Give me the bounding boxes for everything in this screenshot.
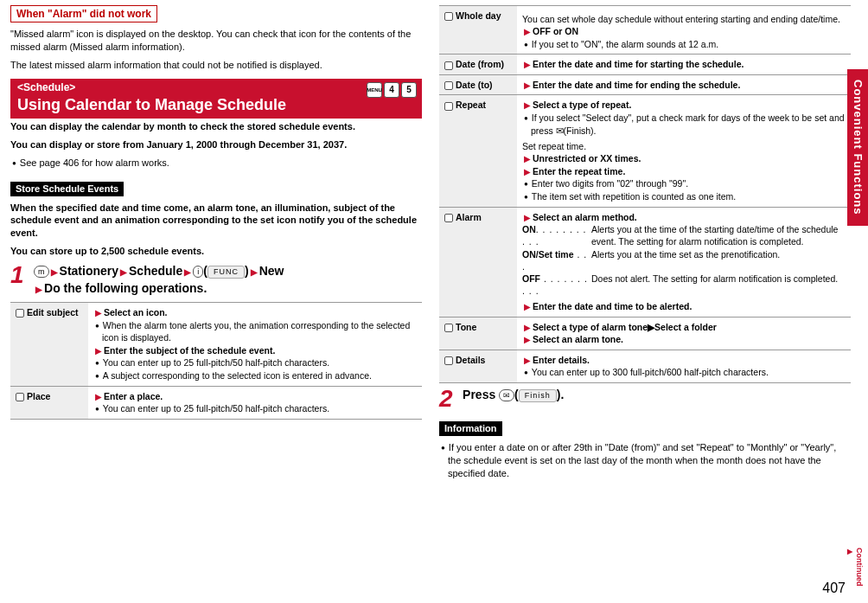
i-key-icon: i bbox=[193, 266, 203, 278]
table-text: Enter the subject of the schedule event. bbox=[104, 345, 275, 356]
schedule-subheading: <Schedule> bbox=[17, 81, 75, 93]
table-row: Whole dayYou can set whole day schedule … bbox=[439, 6, 851, 55]
alarm-option: ON. . . . . . . . . . .Alerts you at the… bbox=[522, 223, 846, 247]
triangle-icon: ▶ bbox=[251, 267, 258, 277]
setting-icon bbox=[16, 309, 24, 318]
menu-key-icon: m bbox=[34, 266, 49, 278]
schedule-title: Using Calendar to Manage Schedule bbox=[17, 94, 415, 115]
triangle-icon: ▶ bbox=[524, 27, 531, 36]
left-column: When "Alarm" did not work "Missed alarm"… bbox=[10, 5, 422, 484]
triangle-icon: ▶ bbox=[120, 267, 127, 277]
table-line: ▶Select an icon. bbox=[93, 306, 417, 319]
section-key-icons: MENU 4 5 bbox=[367, 82, 417, 98]
table-row: Details▶Enter details.You can enter up t… bbox=[439, 350, 851, 382]
table-line: ▶Enter the date and time for ending the … bbox=[522, 79, 846, 92]
triangle-icon: ▶ bbox=[524, 60, 531, 69]
triangle-icon: ▶ bbox=[524, 335, 531, 344]
table-row: Tone▶Select a type of alarm tone▶Select … bbox=[439, 317, 851, 350]
table-bullet: If you set to "ON", the alarm sounds at … bbox=[522, 38, 846, 51]
table-line: ▶Unrestricted or XX times. bbox=[522, 152, 846, 165]
table-text: Enter details. bbox=[533, 355, 590, 365]
table-text: Enter the date and time for ending the s… bbox=[533, 80, 740, 90]
alarm-desc: Alerts you at the time of the starting d… bbox=[591, 223, 846, 247]
store-events-heading: Store Schedule Events bbox=[10, 182, 124, 196]
table-row: Date (from)▶Enter the date and time for … bbox=[439, 55, 851, 75]
table-line: ▶Enter the date and time to be alerted. bbox=[522, 300, 846, 313]
side-tab: Convenient Functions bbox=[847, 69, 868, 226]
table-row: Place▶Enter a place.You can enter up to … bbox=[10, 386, 422, 419]
finish-badge: Finish bbox=[519, 389, 557, 402]
alarm-option: OFF . . . . . . . . . .Does not alert. T… bbox=[522, 273, 846, 297]
setting-icon bbox=[444, 61, 453, 70]
table-cell: ▶Select a type of alarm tone▶Select a fo… bbox=[517, 317, 851, 350]
alarm-desc: Does not alert. The setting for alarm no… bbox=[591, 273, 838, 297]
step-1-number: 1 bbox=[10, 263, 31, 287]
table-text: Enter the repeat time. bbox=[533, 166, 625, 176]
triangle-icon: ▶ bbox=[524, 100, 531, 110]
table-row: Date (to)▶Enter the date and time for en… bbox=[439, 74, 851, 95]
step1-schedule: Schedule bbox=[129, 264, 182, 278]
setting-icon bbox=[444, 356, 453, 365]
triangle-icon: ▶ bbox=[524, 80, 531, 90]
setting-icon bbox=[444, 12, 453, 21]
triangle-icon: ▶ bbox=[95, 308, 102, 318]
continued-label: Continued bbox=[845, 548, 865, 587]
triangle-icon: ▶ bbox=[35, 285, 42, 294]
information-bullet: If you enter a date on or after 29th in … bbox=[439, 441, 851, 480]
table-bullet: If you select "Select day", put a check … bbox=[522, 112, 846, 137]
table-cell: ▶Enter the date and time for starting th… bbox=[517, 55, 851, 75]
table-line: ▶Select a type of alarm tone▶Select a fo… bbox=[522, 321, 846, 334]
table-label: Place bbox=[10, 386, 88, 419]
step-1: 1 m▶Stationery▶Schedule▶i(FUNC)▶New ▶Do … bbox=[10, 263, 422, 297]
page-number: 407 bbox=[822, 579, 846, 598]
table-bullet: You can enter up to 300 full-pitch/600 h… bbox=[522, 366, 846, 379]
table-cell: ▶Select an icon.When the alarm tone aler… bbox=[88, 303, 422, 387]
step1-do-following: Do the following operations. bbox=[44, 281, 207, 295]
table-label: Tone bbox=[439, 317, 517, 350]
right-column: Whole dayYou can set whole day schedule … bbox=[439, 5, 851, 484]
table-line: ▶Enter the subject of the schedule event… bbox=[93, 344, 417, 357]
step-2: 2 Press ✉(Finish). bbox=[439, 387, 851, 411]
table-bullet: You can enter up to 25 full-pitch/50 hal… bbox=[93, 356, 417, 369]
alarm-desc: Alerts you at the time set as the prenot… bbox=[591, 248, 780, 273]
triangle-icon: ▶ bbox=[524, 323, 531, 332]
store-bold-2: You can store up to 2,500 schedule event… bbox=[10, 245, 422, 258]
table-bullet: A subject corresponding to the selected … bbox=[93, 369, 417, 382]
table-line: ▶Select an alarm method. bbox=[522, 211, 846, 224]
table-bullet: Enter two digits from "02" through "99". bbox=[522, 177, 846, 190]
table-line: ▶Enter a place. bbox=[93, 390, 417, 403]
alarm-not-work-heading: When "Alarm" did not work bbox=[10, 5, 157, 22]
func-badge: FUNC bbox=[207, 266, 245, 279]
triangle-icon: ▶ bbox=[184, 267, 191, 277]
table-text: Select an alarm tone. bbox=[533, 334, 623, 344]
setting-icon bbox=[444, 102, 453, 111]
table-row: Alarm▶Select an alarm method.ON. . . . .… bbox=[439, 207, 851, 317]
setting-icon bbox=[444, 324, 453, 332]
table-cell: ▶Select a type of repeat.If you select "… bbox=[517, 95, 851, 207]
table-text: Enter a place. bbox=[104, 391, 163, 401]
intro-bold-2: You can display or store from January 1,… bbox=[10, 138, 422, 151]
table-cell: ▶Enter a place.You can enter up to 25 fu… bbox=[88, 386, 422, 419]
missed-alarm-para1: "Missed alarm" icon is displayed on the … bbox=[10, 28, 422, 54]
alarm-option: ON/Set time . . .Alerts you at the time … bbox=[522, 248, 846, 273]
left-settings-table: Edit subject▶Select an icon.When the ala… bbox=[10, 302, 422, 420]
table-bullet: When the alarm tone alerts you, the anim… bbox=[93, 319, 417, 344]
table-bullet: The item set with repetition is counted … bbox=[522, 190, 846, 203]
intro-bullet: See page 406 for how alarm works. bbox=[10, 157, 422, 170]
triangle-icon: ▶ bbox=[95, 346, 102, 356]
table-cell: ▶Enter details.You can enter up to 300 f… bbox=[517, 350, 851, 382]
table-cell: ▶Select an alarm method.ON. . . . . . . … bbox=[517, 207, 851, 317]
step1-new: New bbox=[259, 264, 284, 278]
step-2-number: 2 bbox=[439, 387, 460, 411]
table-text: Set repeat time. bbox=[522, 140, 846, 152]
table-text: OFF or ON bbox=[533, 26, 578, 36]
table-row: Edit subject▶Select an icon.When the ala… bbox=[10, 303, 422, 387]
table-text: You can set whole day schedule without e… bbox=[522, 13, 846, 25]
mail-key-icon: ✉ bbox=[499, 389, 514, 401]
table-label: Alarm bbox=[439, 207, 517, 317]
triangle-icon: ▶ bbox=[524, 356, 531, 365]
setting-icon bbox=[444, 81, 453, 90]
table-bullet: You can enter up to 25 full-pitch/50 hal… bbox=[93, 402, 417, 415]
right-settings-table: Whole dayYou can set whole day schedule … bbox=[439, 5, 851, 383]
table-line: ▶Select an alarm tone. bbox=[522, 333, 846, 346]
